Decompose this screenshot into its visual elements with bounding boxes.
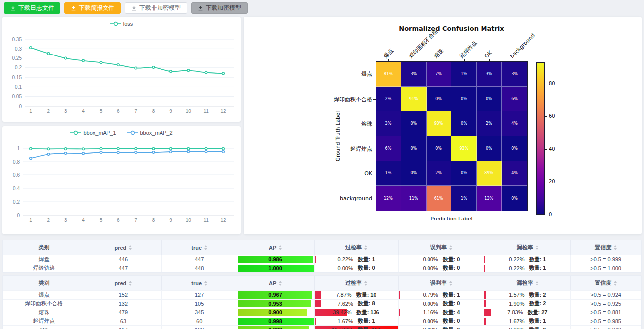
svg-text:8: 8 [152, 218, 155, 223]
colorbar-tick [545, 215, 547, 215]
col-header-conf[interactable]: 置信度 [571, 276, 641, 290]
confidence-cell: >0.5 = 0.924 [571, 291, 641, 299]
download-log-button[interactable]: 下载日志文件 [4, 2, 60, 14]
colorbar-tick [545, 182, 547, 182]
axis-tick [373, 149, 376, 149]
legend-item-bbox_mAP_1[interactable]: bbox_mAP_1 [70, 130, 116, 136]
svg-text:12: 12 [220, 109, 226, 114]
svg-text:0.2: 0.2 [15, 65, 22, 70]
table-row: 爆点1521270.9677.87%数量: 100.79%数量: 11.57%数… [3, 290, 641, 299]
matrix-xlabel: Prediction Label [376, 216, 528, 221]
confusion-matrix-card: Normalized Confusion Matrix Prediction L… [244, 17, 642, 234]
svg-text:11: 11 [203, 109, 209, 114]
category-cell: OK [3, 326, 85, 329]
svg-text:10: 10 [186, 218, 192, 223]
col-header-category: 类别 [3, 276, 85, 290]
axis-tick [515, 59, 515, 61]
miss-rate-cell: 0.22%数量: 1 [484, 255, 571, 264]
mis-rate-cell: 0.00%数量: 0 [399, 255, 485, 264]
matrix-cell: 0% [451, 161, 477, 186]
download-report-button[interactable]: 下载简报文件 [64, 2, 121, 14]
mis-rate-cell: 0.00%数量: 0 [399, 300, 485, 308]
matrix-cell: 11% [401, 186, 427, 211]
miss-rate-cell: 1.90%数量: 2 [484, 300, 571, 308]
matrix-cell: 2% [427, 161, 452, 186]
col-header-over[interactable]: 过检率 [315, 240, 399, 255]
col-header-pred[interactable]: pred [85, 240, 162, 255]
matrix-col-label: 熔珠 [433, 47, 445, 59]
matrix-cell: 90% [427, 111, 452, 136]
col-header-miss[interactable]: 漏检率 [484, 240, 571, 255]
col-header-true[interactable]: true [162, 240, 237, 255]
legend-item-bbox_mAP_2[interactable]: bbox_mAP_2 [127, 130, 173, 136]
miss-rate-cell: 7.83%数量: 27 [484, 308, 571, 317]
col-header-conf[interactable]: 置信度 [571, 240, 641, 255]
confidence-cell: >0.5 = 0.985 [571, 317, 641, 326]
svg-text:1: 1 [29, 218, 32, 223]
col-header-true[interactable]: true [162, 276, 237, 290]
col-header-ap[interactable]: AP [237, 276, 315, 290]
colorbar-tick-label: 60 [549, 113, 555, 119]
charts-column: loss00.050.10.150.20.250.30.351234567891… [2, 17, 241, 234]
sort-caret-icon [204, 245, 207, 250]
loss-chart-legend: loss [2, 21, 241, 27]
line-marker-icon [70, 130, 81, 135]
svg-text:5: 5 [100, 109, 103, 114]
bbox-map-chart-card: bbox_mAP_1bbox_mAP_200.20.40.60.81123456… [2, 126, 241, 234]
matrix-cell: 0% [477, 87, 502, 111]
matrix-cell: 91% [401, 87, 427, 111]
col-header-miss[interactable]: 漏检率 [484, 276, 571, 290]
sort-caret-icon [536, 281, 538, 286]
table-row: 熔珠4793450.90039.42%数量: 1361.16%数量: 47.83… [3, 308, 641, 317]
button-label: 下载简报文件 [79, 4, 114, 12]
svg-text:9: 9 [169, 218, 172, 223]
matrix-cell: 2% [477, 111, 502, 136]
matrix-row-label: 起焊炸点 [283, 145, 372, 153]
sort-caret-icon [614, 245, 617, 250]
col-header-mis[interactable]: 误判率 [399, 240, 485, 255]
sort-caret-icon [614, 281, 617, 286]
confidence-cell: >0.5 = 0.999 [571, 255, 641, 264]
svg-text:0: 0 [19, 104, 22, 109]
colorbar-tick-label: 80 [549, 81, 555, 86]
matrix-cell: 0% [451, 111, 477, 136]
axis-tick [373, 124, 376, 124]
svg-text:9: 9 [169, 109, 172, 114]
download-plain-model-button[interactable]: 下载非加密模型 [125, 2, 187, 14]
sort-caret-icon [129, 281, 132, 286]
miss-rate-cell: 0.22%数量: 1 [484, 264, 571, 273]
miss-rate-cell: 1.57%数量: 2 [484, 291, 571, 299]
legend-item-loss[interactable]: loss [110, 21, 133, 27]
matrix-row-label: OK [283, 170, 372, 177]
over-rate-cell: 7.87%数量: 10 [315, 291, 399, 299]
true-cell: 105 [162, 300, 237, 308]
sort-caret-icon [129, 245, 132, 250]
svg-text:1: 1 [29, 109, 32, 114]
svg-text:0.3: 0.3 [15, 46, 22, 52]
axis-tick [388, 59, 389, 61]
sort-caret-icon [279, 281, 282, 286]
confidence-cell: >0.5 = 0.940 [571, 326, 641, 329]
confidence-cell: >0.5 = 0.925 [571, 300, 641, 308]
download-icon [198, 5, 203, 11]
loss-chart-plot: 00.050.10.150.20.250.30.3512345678910111… [2, 17, 241, 122]
ap-cell: 0.929 [237, 326, 315, 329]
matrix-cell: 0% [502, 186, 527, 211]
svg-text:3: 3 [64, 218, 67, 223]
table-row: 焊印面积不合格1321050.9537.62%数量: 80.00%数量: 01.… [3, 299, 641, 308]
svg-text:0.25: 0.25 [12, 55, 22, 61]
bbox-map-chart-legend: bbox_mAP_1bbox_mAP_2 [2, 130, 241, 136]
svg-text:0: 0 [17, 213, 20, 218]
pred-cell: 479 [85, 308, 162, 317]
download-encrypted-model-button[interactable]: 下载加密模型 [191, 2, 248, 14]
col-header-ap[interactable]: AP [237, 240, 315, 255]
colorbar-tick [545, 116, 547, 117]
matrix-title: Normalized Confusion Matrix [376, 25, 528, 32]
col-header-pred[interactable]: pred [85, 276, 162, 290]
col-header-over[interactable]: 过检率 [315, 276, 399, 290]
axis-tick [464, 59, 465, 61]
matrix-cell: 13% [477, 186, 502, 211]
matrix-cell: 0% [451, 87, 477, 111]
col-header-mis[interactable]: 误判率 [399, 276, 485, 290]
pred-cell: 447 [85, 264, 162, 273]
